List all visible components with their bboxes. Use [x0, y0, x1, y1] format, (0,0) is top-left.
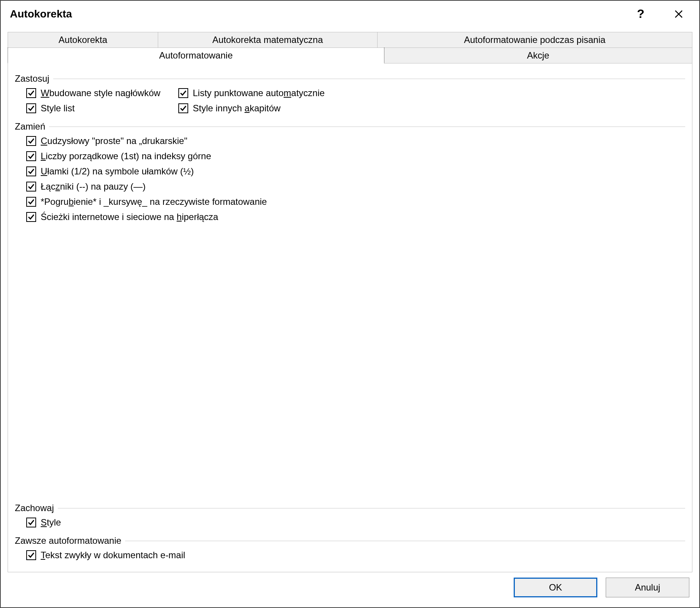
checkbox-icon	[26, 182, 36, 192]
checkbox-item[interactable]: Tekst zwykły w dokumentach e-mail	[26, 550, 685, 560]
checkbox-icon	[26, 197, 36, 207]
group-zawsze-autoformatowanie: Zawsze autoformatowanie Tekst zwykły w d…	[15, 532, 685, 560]
tab-autokorekta[interactable]: Autokorekta	[8, 32, 158, 48]
cancel-button[interactable]: Anuluj	[606, 578, 689, 597]
checkbox-label: Style innych akapitów	[193, 103, 281, 114]
checkbox-label: Style list	[41, 103, 75, 114]
tab-label: Autoformatowanie	[159, 50, 233, 60]
group-rule	[53, 79, 685, 79]
checkbox-list: Style	[15, 517, 685, 528]
checkbox-icon	[26, 212, 36, 222]
checkbox-item[interactable]: Ułamki (1/2) na symbole ułamków (½)	[26, 166, 685, 177]
help-icon[interactable]: ?	[629, 3, 652, 25]
tab-label: Autokorekta	[59, 35, 107, 45]
tab-row-bottom: Autoformatowanie Akcje	[8, 48, 692, 63]
checkbox-icon	[26, 550, 36, 560]
checkbox-icon	[26, 151, 36, 161]
tab-autoformatowanie[interactable]: Autoformatowanie	[8, 48, 384, 63]
tab-row-top: Autokorekta Autokorekta matematyczna Aut…	[8, 32, 692, 48]
checkbox-icon	[26, 103, 36, 113]
tab-panel-autoformatowanie: Zastosuj Wbudowane style nagłówkówListy …	[8, 63, 692, 572]
group-rule	[58, 508, 685, 508]
checkbox-list: Cudzysłowy "proste" na „drukarskie"Liczb…	[15, 136, 685, 222]
checkbox-label: Listy punktowane automatycznie	[193, 88, 325, 98]
group-header: Zachowaj	[15, 503, 685, 513]
tab-label: Akcje	[527, 50, 549, 60]
group-title: Zamień	[15, 121, 49, 132]
group-zachowaj: Zachowaj Style	[15, 500, 685, 528]
checkbox-label: Liczby porządkowe (1st) na indeksy górne	[41, 151, 211, 162]
dialog-buttons: OK Anuluj	[8, 572, 692, 603]
checkbox-item[interactable]: Style	[26, 517, 685, 528]
checkbox-item[interactable]: Liczby porządkowe (1st) na indeksy górne	[26, 151, 685, 162]
checkbox-icon	[26, 518, 36, 527]
checkbox-label: Wbudowane style nagłówków	[41, 88, 160, 98]
tab-label: Autokorekta matematyczna	[212, 35, 323, 45]
tab-akcje[interactable]: Akcje	[384, 48, 692, 63]
group-title: Zachowaj	[15, 503, 58, 513]
checkbox-icon	[26, 88, 36, 98]
checkbox-label: Łączniki (--) na pauzy (—)	[41, 181, 146, 192]
checkbox-list: Tekst zwykły w dokumentach e-mail	[15, 550, 685, 560]
checkbox-grid: Wbudowane style nagłówkówListy punktowan…	[15, 88, 685, 114]
checkbox-icon	[178, 88, 188, 98]
checkbox-icon	[26, 166, 36, 176]
checkbox-item[interactable]: *Pogrubienie* i _kursywę_ na rzeczywiste…	[26, 196, 685, 207]
checkbox-label: Cudzysłowy "proste" na „drukarskie"	[41, 136, 187, 146]
checkbox-icon	[26, 136, 36, 146]
checkbox-item[interactable]: Wbudowane style nagłówków	[26, 88, 167, 98]
checkbox-label: Ułamki (1/2) na symbole ułamków (½)	[41, 166, 194, 177]
button-label: Anuluj	[635, 582, 660, 593]
dialog-window: Autokorekta ? Autokorekta Autokorekta ma…	[0, 0, 700, 608]
group-zastosuj: Zastosuj Wbudowane style nagłówkówListy …	[15, 70, 685, 114]
checkbox-item[interactable]: Listy punktowane automatycznie	[178, 88, 685, 98]
tab-autokorekta-matematyczna[interactable]: Autokorekta matematyczna	[158, 32, 377, 48]
tab-autoformatowanie-podczas-pisania[interactable]: Autoformatowanie podczas pisania	[378, 32, 692, 48]
group-rule	[49, 127, 685, 127]
checkbox-item[interactable]: Ścieżki internetowe i sieciowe na hiperł…	[26, 212, 685, 222]
titlebar: Autokorekta ?	[1, 1, 699, 27]
group-zamien: Zamień Cudzysłowy "proste" na „drukarski…	[15, 118, 685, 222]
checkbox-item[interactable]: Style list	[26, 103, 167, 114]
group-title: Zastosuj	[15, 73, 53, 84]
checkbox-item[interactable]: Łączniki (--) na pauzy (—)	[26, 181, 685, 192]
button-label: OK	[549, 582, 562, 593]
checkbox-label: Tekst zwykły w dokumentach e-mail	[41, 550, 185, 560]
tab-label: Autoformatowanie podczas pisania	[464, 35, 605, 45]
ok-button[interactable]: OK	[514, 578, 597, 597]
checkbox-item[interactable]: Style innych akapitów	[178, 103, 685, 114]
dialog-title: Autokorekta	[10, 8, 72, 20]
dialog-body: Autokorekta Autokorekta matematyczna Aut…	[1, 27, 699, 607]
group-title: Zawsze autoformatowanie	[15, 535, 125, 546]
checkbox-label: Ścieżki internetowe i sieciowe na hiperł…	[41, 212, 218, 222]
checkbox-item[interactable]: Cudzysłowy "proste" na „drukarskie"	[26, 136, 685, 146]
group-header: Zastosuj	[15, 73, 685, 84]
checkbox-label: Style	[41, 517, 61, 528]
checkbox-label: *Pogrubienie* i _kursywę_ na rzeczywiste…	[41, 196, 267, 207]
group-header: Zamień	[15, 121, 685, 132]
checkbox-icon	[178, 103, 188, 113]
close-icon[interactable]	[667, 3, 690, 25]
group-header: Zawsze autoformatowanie	[15, 535, 685, 546]
group-rule	[125, 541, 685, 541]
